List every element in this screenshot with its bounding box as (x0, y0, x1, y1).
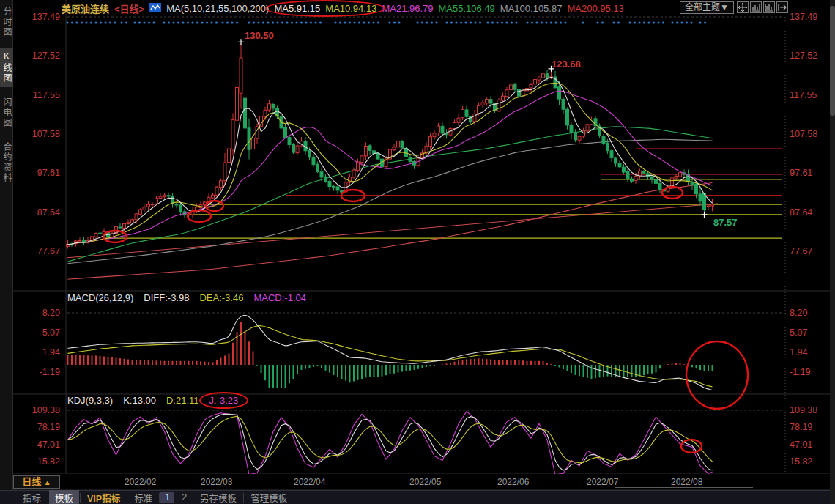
ma-value-6: MA200:95.13 (567, 3, 623, 14)
toolbar-tab-8[interactable]: 管理模板 (245, 490, 293, 504)
kdj-j-value: J:-3.23 (209, 395, 239, 406)
macd-header: MACD(26,12,9) DIFF:-3.98 DEA:-3.46 MACD:… (67, 292, 306, 303)
ma-values-circled: MA5:91.15MA10:94.13 (274, 3, 376, 14)
date-label: 2022/07 (587, 477, 618, 487)
date-label: 2022/08 (671, 477, 702, 487)
export-icon[interactable] (776, 1, 788, 13)
period-up-triangle-icon: ▲ (44, 478, 51, 486)
date-label: 2022/06 (497, 477, 529, 487)
toolbar-tab-1[interactable]: 指标 (17, 490, 47, 504)
macd-macd-value: MACD:-1.04 (253, 292, 306, 303)
toolbar-tab-5[interactable]: 1 (160, 492, 174, 503)
ma-value-5: MA100:105.87 (500, 3, 563, 14)
toolbar-tab-4[interactable]: 标准 (128, 490, 158, 504)
date-label: 2022/04 (294, 477, 325, 487)
chart-header: 美原油连续 <日线> MA(5,10,21,55,100,200) MA5:91… (62, 0, 624, 16)
ma-values: MA21:96.79MA55:106.49MA100:105.87MA200:9… (382, 3, 623, 14)
sidebar-item-3[interactable]: 闪电图 (0, 94, 13, 132)
ma-settings-label: MA(5,10,21,55,100,200) (166, 3, 269, 14)
ma-value-3: MA21:96.79 (382, 3, 433, 14)
macd-dea-value: DEA:-3.46 (199, 292, 243, 303)
sidebar-item-4[interactable]: 合约资料 (0, 138, 13, 187)
bottom-toolbar: 指标模板VIP指标标准12另存模板管理模板 (0, 490, 835, 504)
theme-selector-button[interactable]: 全部主题▼ (680, 1, 734, 14)
macd-diff-value: DIFF:-3.98 (144, 292, 189, 303)
sidebar-item-1[interactable]: 分时图 (0, 3, 13, 41)
charting-app: 分时图K线图闪电图合约资料 美原油连续 <日线> MA(5,10,21,55,1… (0, 0, 835, 504)
symbol-title: 美原油连续 (62, 1, 109, 15)
period-button[interactable]: 日线 ▲ (13, 475, 60, 489)
macd-name: MACD(26,12,9) (67, 292, 133, 303)
toolbar-tab-7[interactable]: 另存模板 (194, 490, 242, 504)
kdj-k-value: K:13.00 (123, 395, 156, 406)
visible-range-indicator[interactable] (615, 487, 753, 488)
pan-icon[interactable] (737, 1, 749, 13)
kdj-d-value: D:21.11 (166, 395, 199, 406)
period-button-label: 日线 (22, 476, 41, 487)
period-tag: <日线> (114, 1, 144, 15)
kdj-header: KDJ(9,3,3) K:13.00 D:21.11 J:-3.23 (67, 395, 238, 406)
date-label: 2022/02 (125, 477, 156, 487)
scrollbar-thumb[interactable] (830, 6, 835, 116)
ma-value-4: MA55:106.49 (439, 3, 495, 14)
chart-compress-icon[interactable] (750, 1, 762, 13)
ma-value-1: MA5:91.15 (274, 3, 320, 14)
kdj-name: KDJ(9,3,3) (67, 395, 113, 406)
indicator-logo-icon (149, 3, 161, 13)
chart-expand-icon[interactable] (763, 1, 775, 13)
date-label: 2022/03 (201, 477, 232, 487)
chart-canvas[interactable] (0, 0, 835, 504)
date-label: 2022/05 (409, 477, 441, 487)
left-sidebar: 分时图K线图闪电图合约资料 (0, 0, 13, 504)
sidebar-item-2[interactable]: K线图 (0, 48, 13, 87)
toolbar-tab-6[interactable]: 2 (176, 492, 193, 503)
toolbar-tab-2[interactable]: 模板 (49, 490, 79, 504)
toolbar-tab-3[interactable]: VIP指标 (81, 490, 126, 504)
vertical-scrollbar[interactable] (830, 0, 835, 504)
ma-value-2: MA10:94.13 (325, 3, 376, 14)
